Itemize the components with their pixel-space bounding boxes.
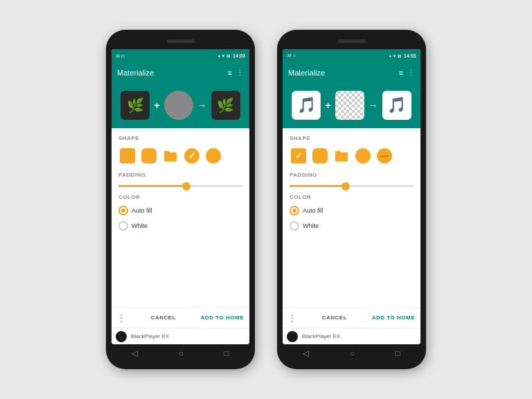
nav-home-1[interactable]: ○ (179, 348, 184, 358)
nav-bar-1: ◁ ○ □ (112, 344, 249, 362)
nav-recents-1[interactable]: □ (224, 348, 229, 358)
shape-check-2[interactable]: ✓ (290, 147, 308, 165)
color-label-1: COLOR (118, 194, 242, 200)
recent-text-1: BlackPlayer EX (131, 333, 169, 339)
more-icon-2[interactable]: ⋮ (407, 69, 415, 78)
status-right-2: ♦ ▼ ⊟ 14:01 (389, 53, 416, 58)
preview-area-2: 🎵 + → 🎵 (283, 84, 420, 128)
radio-label-white-1: White (132, 222, 148, 229)
status-time-2: 14:01 (404, 53, 416, 58)
radio-label-autofill-2: Auto fill (303, 207, 323, 214)
shape-row-2: ✓ (290, 147, 414, 165)
status-right-1: ♦ ▼ ⊟ 14:03 (218, 53, 245, 58)
status-bar-2: 39 ☺ ♦ ▼ ⊟ 14:01 (283, 49, 420, 62)
bottom-bar-1: ⋮ CANCEL ADD TO HOME (112, 307, 249, 328)
recent-row-1: BlackPlayer EX (112, 328, 249, 344)
mask-icon-1 (164, 91, 193, 120)
shape-folder-1[interactable] (161, 147, 179, 165)
phone-2-screen: 39 ☺ ♦ ▼ ⊟ 14:01 Materialize ≡ ⋮ 🎵 + → 🎵… (283, 49, 420, 344)
add-to-home-button-1[interactable]: ADD TO HOME (201, 314, 244, 321)
shape-circle-1[interactable] (204, 147, 222, 165)
shape-label-2: SHAPE (290, 135, 414, 141)
radio-autofill-2[interactable]: Auto fill (290, 206, 414, 215)
shape-check-1[interactable]: ✓ (183, 147, 201, 165)
shape-squircle-2[interactable] (375, 147, 393, 165)
mask-icon-2 (335, 91, 364, 120)
result-icon-1: 🌿 (211, 91, 240, 120)
slider-1[interactable] (118, 185, 242, 187)
app-bar-icons-2: ≡ ⋮ (399, 69, 415, 78)
shape-rounded-1[interactable] (140, 147, 158, 165)
source-icon-1: 🌿 (121, 91, 150, 120)
padding-label-1: PADDING (118, 172, 242, 178)
status-left-text-1: 39 ⊡ (116, 53, 125, 58)
app-bar-2: Materialize ≡ ⋮ (283, 62, 420, 84)
add-to-home-button-2[interactable]: ADD TO HOME (372, 314, 415, 321)
recent-row-2: BlackPlayer EX (283, 328, 420, 344)
shape-square-1[interactable] (118, 147, 136, 165)
padding-label-2: PADDING (290, 172, 414, 178)
filter-icon-1[interactable]: ≡ (228, 69, 232, 77)
nav-bar-2: ◁ ○ □ (283, 344, 420, 362)
result-icon-2: 🎵 (382, 91, 411, 120)
content-area-2: SHAPE ✓ (283, 128, 420, 307)
more-icon-1[interactable]: ⋮ (236, 69, 244, 78)
plus-sign-2: + (325, 100, 330, 111)
bottom-bar-2: ⋮ CANCEL ADD TO HOME (283, 307, 420, 328)
status-left-text-2: 39 ☺ (287, 53, 296, 57)
bottom-dots-2[interactable]: ⋮ (288, 313, 297, 323)
slider-2[interactable] (290, 185, 414, 187)
recent-icon-2 (287, 331, 298, 342)
nav-recents-2[interactable]: □ (396, 348, 400, 358)
shape-folder-2[interactable] (332, 147, 351, 165)
radio-autofill-1[interactable]: Auto fill (118, 206, 242, 215)
preview-area-1: 🌿 + → 🌿 (112, 84, 249, 128)
radio-label-autofill-1: Auto fill (132, 207, 152, 214)
shape-circle-2[interactable] (354, 147, 372, 165)
radio-white-1[interactable]: White (118, 221, 242, 231)
radio-inner-autofill-2 (292, 209, 296, 213)
radio-white-2[interactable]: White (290, 221, 414, 231)
status-time-1: 14:03 (233, 53, 245, 58)
status-left-2: 39 ☺ (287, 53, 296, 57)
nav-home-2[interactable]: ○ (350, 348, 355, 358)
shape-row-1: ✓ (118, 147, 242, 165)
app-bar-icons-1: ≡ ⋮ (228, 69, 244, 78)
radio-label-white-2: White (303, 222, 319, 229)
radio-outer-autofill-1 (118, 206, 128, 215)
recent-icon-1 (116, 331, 127, 342)
status-icons-1: ♦ ▼ ⊟ (218, 53, 230, 58)
app-bar-1: Materialize ≡ ⋮ (112, 62, 249, 84)
status-bar-1: 39 ⊡ ♦ ▼ ⊟ 14:03 (112, 49, 249, 62)
arrow-sign-2: → (369, 100, 378, 111)
shape-label-1: SHAPE (118, 135, 242, 141)
radio-inner-autofill-1 (121, 209, 125, 213)
phone-1: 39 ⊡ ♦ ▼ ⊟ 14:03 Materialize ≡ ⋮ 🌿 + → 🌿… (106, 30, 255, 369)
nav-back-2[interactable]: ◁ (303, 348, 309, 358)
cancel-button-1[interactable]: CANCEL (151, 314, 176, 321)
shape-rounded-2[interactable] (311, 147, 329, 165)
radio-outer-white-2 (290, 221, 299, 231)
plus-sign-1: + (154, 100, 159, 111)
app-title-1: Materialize (117, 69, 154, 77)
status-left-1: 39 ⊡ (116, 53, 125, 58)
source-icon-2: 🎵 (292, 91, 321, 120)
status-icons-2: ♦ ▼ ⊟ (389, 53, 401, 58)
bottom-dots-1[interactable]: ⋮ (117, 313, 126, 323)
phone-2: 39 ☺ ♦ ▼ ⊟ 14:01 Materialize ≡ ⋮ 🎵 + → 🎵… (277, 30, 426, 369)
color-label-2: COLOR (290, 194, 414, 200)
nav-back-1[interactable]: ◁ (132, 348, 138, 358)
phone-1-screen: 39 ⊡ ♦ ▼ ⊟ 14:03 Materialize ≡ ⋮ 🌿 + → 🌿… (112, 49, 249, 344)
content-area-1: SHAPE (112, 128, 249, 307)
cancel-button-2[interactable]: CANCEL (322, 314, 347, 321)
arrow-sign-1: → (197, 100, 207, 111)
recent-text-2: BlackPlayer EX (302, 333, 340, 339)
filter-icon-2[interactable]: ≡ (399, 69, 403, 77)
radio-outer-white-1 (118, 221, 128, 231)
radio-outer-autofill-2 (290, 206, 299, 215)
app-title-2: Materialize (288, 69, 325, 77)
